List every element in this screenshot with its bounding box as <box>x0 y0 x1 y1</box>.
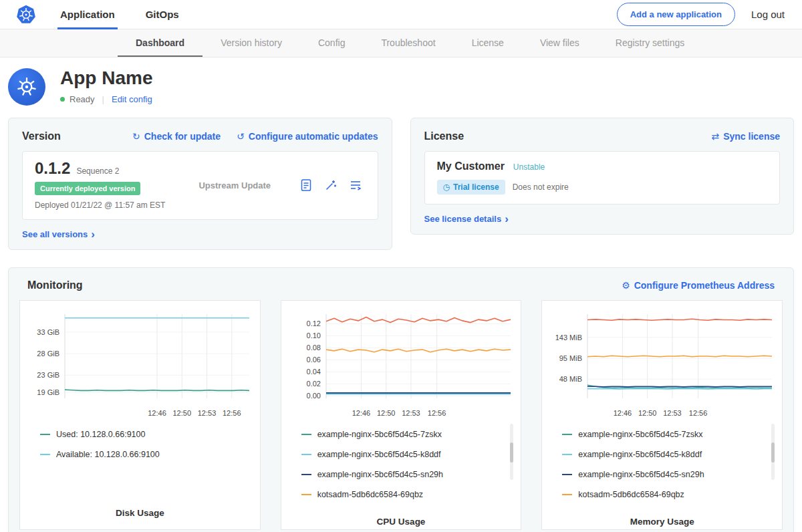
disk-usage-legend: Used: 10.128.0.66:9100Available: 10.128.… <box>20 420 260 501</box>
license-expiry-label: Does not expire <box>513 182 569 192</box>
cards-row: Version ↻Check for update ↺Configure aut… <box>0 116 802 250</box>
legend-item: example-nginx-5bc6f5d4c5-sn29h <box>301 470 505 479</box>
release-notes-icon[interactable] <box>349 178 363 192</box>
app-subnav: Dashboard Version history Config Trouble… <box>0 29 802 57</box>
svg-text:23 GiB: 23 GiB <box>37 371 60 379</box>
auto-update-icon: ↺ <box>237 131 245 142</box>
see-license-details-link[interactable]: See license details› <box>424 214 509 224</box>
legend-label: example-nginx-5bc6f5d4c5-k8ddf <box>578 450 702 459</box>
tab-gitops[interactable]: GitOps <box>146 0 179 29</box>
disk-usage-chart-title: Disk Usage <box>20 501 260 529</box>
ready-status-dot <box>60 97 65 102</box>
legend-label: kotsadm-5db6dc6584-69qbz <box>317 490 423 499</box>
logout-button[interactable]: Log out <box>751 9 785 20</box>
tab-view-files[interactable]: View files <box>522 29 597 57</box>
edit-config-link[interactable]: Edit config <box>112 94 152 104</box>
svg-text:0.04: 0.04 <box>307 368 321 376</box>
tab-application[interactable]: Application <box>60 0 115 29</box>
legend-label: kotsadm-5db6dc6584-69qbz <box>578 490 684 499</box>
legend-dash-icon <box>301 434 311 435</box>
disk-usage-plot: 33 GiB28 GiB23 GiB19 GiB12:4612:5012:531… <box>20 301 260 420</box>
tab-version-history[interactable]: Version history <box>203 29 300 57</box>
legend-scrollbar-thumb[interactable] <box>510 442 513 462</box>
legend-item: example-nginx-5bc6f5d4c5-k8ddf <box>301 450 505 459</box>
refresh-icon: ↻ <box>132 131 140 142</box>
app-status-label: Ready <box>70 94 95 104</box>
svg-text:12:50: 12:50 <box>377 409 396 417</box>
current-version-box: 0.1.2 Sequence 2 Currently deployed vers… <box>22 151 378 220</box>
configure-automatic-updates-link[interactable]: ↺Configure automatic updates <box>237 131 378 142</box>
chevron-right-icon: › <box>91 230 95 239</box>
legend-dash-icon <box>562 494 572 495</box>
legend-item: Available: 10.128.0.66:9100 <box>40 450 244 459</box>
svg-text:12:46: 12:46 <box>352 409 371 417</box>
tab-troubleshoot[interactable]: Troubleshoot <box>363 29 453 57</box>
svg-text:12:53: 12:53 <box>402 409 420 417</box>
legend-item: example-nginx-5bc6f5d4c5-7zskx <box>301 430 505 439</box>
legend-label: Available: 10.128.0.66:9100 <box>56 450 160 459</box>
sync-license-link[interactable]: ⇄Sync license <box>711 131 780 142</box>
legend-scrollbar[interactable] <box>771 424 775 480</box>
svg-text:12:50: 12:50 <box>638 409 657 417</box>
legend-scrollbar-thumb[interactable] <box>771 442 775 462</box>
svg-text:28 GiB: 28 GiB <box>37 350 60 358</box>
tab-registry-settings[interactable]: Registry settings <box>597 29 702 57</box>
version-card: Version ↻Check for update ↺Configure aut… <box>8 118 392 250</box>
svg-text:0.08: 0.08 <box>307 344 321 352</box>
legend-dash-icon <box>562 454 572 455</box>
license-card-title: License <box>424 130 464 142</box>
svg-text:12:46: 12:46 <box>148 409 167 417</box>
see-all-versions-link[interactable]: See all versions› <box>22 229 95 239</box>
channel-name: Unstable <box>513 162 545 172</box>
svg-text:0.02: 0.02 <box>307 380 321 388</box>
legend-label: example-nginx-5bc6f5d4c5-k8ddf <box>317 450 441 459</box>
legend-scrollbar[interactable] <box>510 424 513 480</box>
legend-item: example-nginx-5bc6f5d4c5-k8ddf <box>562 450 766 459</box>
status-divider: | <box>102 94 104 104</box>
legend-dash-icon <box>562 434 572 435</box>
app-header: App Name Ready | Edit config <box>0 57 802 116</box>
legend-item: example-nginx-5bc6f5d4c5-sn29h <box>562 470 766 479</box>
legend-dash-icon <box>562 474 572 475</box>
license-card: License ⇄Sync license My Customer Unstab… <box>410 118 795 235</box>
charts-row: 33 GiB28 GiB23 GiB19 GiB12:4612:5012:531… <box>19 300 783 530</box>
legend-item: kotsadm-5db6dc6584-69qbz <box>562 490 766 499</box>
memory-usage-chart-card: 143 MiB95 MiB48 MiB12:4612:5012:5312:56e… <box>541 300 783 530</box>
legend-dash-icon <box>40 454 50 455</box>
gear-icon: ⚙ <box>622 280 630 291</box>
customer-name: My Customer <box>437 160 505 172</box>
tab-license[interactable]: License <box>454 29 522 57</box>
edit-config-wand-icon[interactable] <box>324 178 338 192</box>
legend-item: Used: 10.128.0.66:9100 <box>40 430 244 439</box>
preflight-checks-icon[interactable] <box>299 178 313 192</box>
svg-text:0.06: 0.06 <box>307 356 321 364</box>
configure-prometheus-link[interactable]: ⚙Configure Prometheus Address <box>622 280 775 291</box>
add-application-button[interactable]: Add a new application <box>617 3 735 26</box>
svg-text:19 GiB: 19 GiB <box>37 388 60 396</box>
svg-text:12:46: 12:46 <box>613 409 632 417</box>
trial-license-badge: ◷Trial license <box>437 180 505 194</box>
svg-text:12:53: 12:53 <box>198 409 217 417</box>
check-for-update-link[interactable]: ↻Check for update <box>132 131 221 142</box>
svg-text:143 MiB: 143 MiB <box>555 334 581 342</box>
legend-label: example-nginx-5bc6f5d4c5-sn29h <box>578 470 704 479</box>
chevron-right-icon: › <box>505 215 509 223</box>
legend-label: example-nginx-5bc6f5d4c5-7zskx <box>317 430 442 439</box>
tab-config[interactable]: Config <box>300 29 363 57</box>
sync-icon: ⇄ <box>711 131 719 142</box>
svg-text:12:53: 12:53 <box>663 409 682 417</box>
svg-text:0.10: 0.10 <box>307 331 321 340</box>
legend-item: example-nginx-5bc6f5d4c5-7zskx <box>562 430 766 439</box>
clock-icon: ◷ <box>443 182 450 192</box>
app-icon <box>8 68 45 106</box>
cpu-usage-chart-card: 0.120.100.080.060.040.020.0012:4612:5012… <box>281 300 522 530</box>
cpu-usage-chart-title: CPU Usage <box>281 510 521 532</box>
memory-usage-chart-title: Memory Usage <box>542 510 782 532</box>
tab-dashboard[interactable]: Dashboard <box>118 29 203 57</box>
legend-dash-icon <box>301 474 311 475</box>
legend-dash-icon <box>301 494 311 495</box>
cpu-usage-legend: example-nginx-5bc6f5d4c5-7zskxexample-ng… <box>281 420 521 510</box>
svg-text:0.12: 0.12 <box>307 319 321 327</box>
monitoring-section: Monitoring ⚙Configure Prometheus Address… <box>8 267 794 532</box>
svg-text:95 MiB: 95 MiB <box>559 354 581 362</box>
